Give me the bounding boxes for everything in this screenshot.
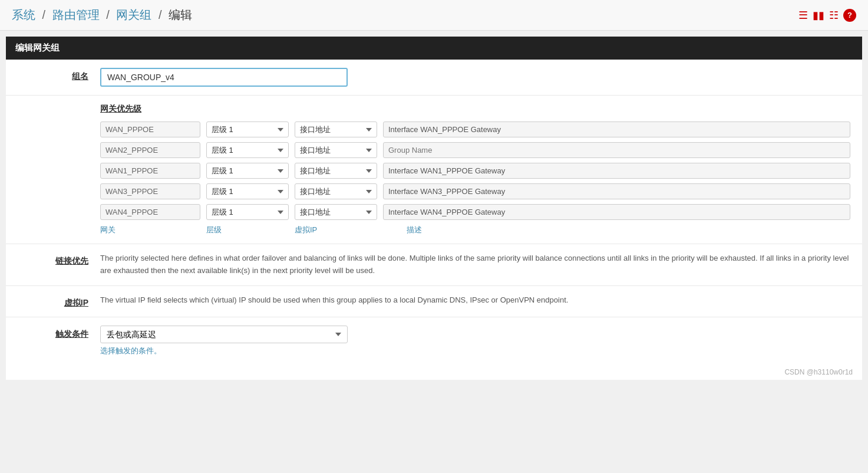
gw-name-3 (100, 183, 200, 199)
breadcrumb-system[interactable]: 系统 (12, 8, 35, 21)
gw-desc-1[interactable] (383, 142, 850, 158)
col-headers: 网关 层级 虚拟IP 描述 (100, 225, 850, 235)
gw-name-4 (100, 204, 200, 220)
link-priority-text: The priority selected here defines in wh… (100, 252, 850, 277)
gw-vip-select-4[interactable]: 接口地址 (295, 204, 377, 220)
bar-chart-icon[interactable]: ▮▮ (813, 9, 824, 22)
grid-icon[interactable]: ☷ (829, 9, 839, 22)
top-header: 系统 / 路由管理 / 网关组 / 编辑 ☰ ▮▮ ☷ ? (0, 0, 868, 31)
gw-level-select-3[interactable]: 层级 1层级 2层级 3禁用 (206, 183, 289, 199)
virtual-ip-content: The virtual IP field selects which (virt… (100, 294, 850, 307)
gw-name-1 (100, 142, 200, 158)
gateway-row-2: 层级 1层级 2层级 3禁用 接口地址 (100, 163, 850, 179)
trigger-select[interactable]: 丢包或高延迟 丢包 高延迟 成员离线 (100, 326, 348, 343)
gateway-priority-title: 网关优先级 (100, 104, 850, 114)
col-header-gateway: 网关 (100, 225, 200, 235)
gw-vip-select-3[interactable]: 接口地址 (295, 183, 377, 199)
page-container: 编辑网关组 组名 网关优先级 层级 1层级 2层级 3禁用 (6, 37, 862, 380)
gw-desc-2[interactable] (383, 163, 850, 179)
breadcrumb: 系统 / 路由管理 / 网关组 / 编辑 (12, 7, 192, 23)
gateway-priority-label (18, 104, 100, 107)
gateway-row-3: 层级 1层级 2层级 3禁用 接口地址 (100, 183, 850, 199)
breadcrumb-routing[interactable]: 路由管理 (52, 8, 100, 21)
filter-icon[interactable]: ☰ (798, 9, 808, 22)
form-body: 组名 网关优先级 层级 1层级 2层级 3禁用 接口地址 (6, 60, 862, 364)
gw-vip-select-0[interactable]: 接口地址 (295, 121, 377, 137)
gateway-row-1: 层级 1层级 2层级 3禁用 接口地址 (100, 142, 850, 158)
gw-desc-0[interactable] (383, 121, 850, 137)
gateway-priority-row: 网关优先级 层级 1层级 2层级 3禁用 接口地址 层级 1层级 2层级 3 (6, 96, 862, 244)
col-header-vip: 虚拟IP (295, 225, 401, 235)
gateway-row-4: 层级 1层级 2层级 3禁用 接口地址 (100, 204, 850, 220)
section-header: 编辑网关组 (6, 37, 862, 60)
link-priority-content: The priority selected here defines in wh… (100, 252, 850, 277)
gw-level-select-1[interactable]: 层级 1层级 2层级 3禁用 (206, 142, 289, 158)
breadcrumb-gateway-group[interactable]: 网关组 (116, 8, 151, 21)
trigger-hint: 选择触发的条件。 (100, 346, 850, 356)
gw-vip-select-2[interactable]: 接口地址 (295, 163, 377, 179)
trigger-content: 丢包或高延迟 丢包 高延迟 成员离线 选择触发的条件。 (100, 326, 850, 356)
group-name-row: 组名 (6, 60, 862, 96)
gateway-row-0: 层级 1层级 2层级 3禁用 接口地址 (100, 121, 850, 137)
gw-level-select-4[interactable]: 层级 1层级 2层级 3禁用 (206, 204, 289, 220)
col-header-level: 层级 (206, 225, 289, 235)
gw-level-select-2[interactable]: 层级 1层级 2层级 3禁用 (206, 163, 289, 179)
virtual-ip-label: 虚拟IP (18, 294, 100, 308)
group-name-input[interactable] (100, 68, 348, 87)
virtual-ip-text: The virtual IP field selects which (virt… (100, 294, 850, 307)
gw-name-0 (100, 121, 200, 137)
trigger-row: 触发条件 丢包或高延迟 丢包 高延迟 成员离线 选择触发的条件。 (6, 317, 862, 364)
link-priority-row: 链接优先 The priority selected here defines … (6, 244, 862, 286)
watermark: CSDN @h3110w0r1d (6, 364, 862, 380)
col-header-desc: 描述 (407, 225, 850, 235)
gw-name-2 (100, 163, 200, 179)
gateway-priority-content: 网关优先级 层级 1层级 2层级 3禁用 接口地址 层级 1层级 2层级 3 (100, 104, 850, 235)
link-priority-label: 链接优先 (18, 252, 100, 267)
group-name-content (100, 68, 850, 87)
header-icons: ☰ ▮▮ ☷ ? (798, 9, 856, 22)
gw-vip-select-1[interactable]: 接口地址 (295, 142, 377, 158)
virtual-ip-row: 虚拟IP The virtual IP field selects which … (6, 286, 862, 317)
gw-level-select-0[interactable]: 层级 1层级 2层级 3禁用 (206, 121, 289, 137)
breadcrumb-edit: 编辑 (169, 8, 192, 21)
help-icon[interactable]: ? (843, 9, 856, 22)
trigger-label: 触发条件 (18, 326, 100, 340)
gw-desc-3[interactable] (383, 183, 850, 199)
group-name-label: 组名 (18, 68, 100, 82)
gw-desc-4[interactable] (383, 204, 850, 220)
